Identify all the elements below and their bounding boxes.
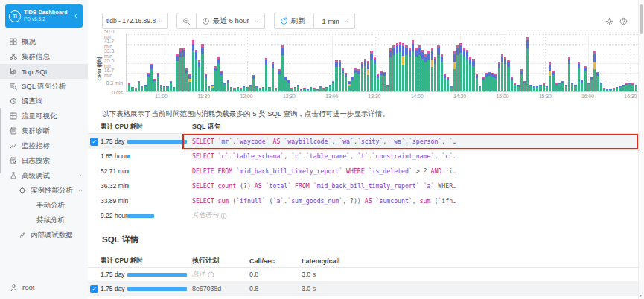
- chart-bar[interactable]: [561, 81, 564, 91]
- chart-bar[interactable]: [153, 79, 156, 91]
- sidebar-item-top-sql[interactable]: Top SQL: [0, 64, 88, 79]
- chart-bar[interactable]: [533, 86, 535, 91]
- chart-bar[interactable]: [335, 60, 337, 91]
- chart-bar[interactable]: [529, 85, 532, 91]
- chart-bar[interactable]: [574, 85, 576, 91]
- chart-bar[interactable]: [160, 85, 162, 91]
- chart-bar[interactable]: [409, 48, 411, 91]
- chart-bar[interactable]: [170, 81, 172, 91]
- chart-bar[interactable]: [348, 81, 350, 91]
- top-sql-row[interactable]: 33.89 minSELECT sum (`ifnull` (`a`.`sum_…: [88, 193, 638, 208]
- chart-bar[interactable]: [364, 59, 366, 91]
- chart-bar[interactable]: [138, 81, 140, 91]
- chart-bar[interactable]: [558, 83, 561, 91]
- help-icon[interactable]: [619, 17, 628, 25]
- chart-bar[interactable]: [431, 48, 433, 91]
- gear-icon[interactable]: [605, 17, 613, 25]
- chart-bar[interactable]: [141, 86, 143, 91]
- chart-bar[interactable]: [351, 77, 354, 91]
- refresh-interval-select[interactable]: 1 min: [314, 13, 355, 29]
- chart-bar[interactable]: [332, 81, 334, 91]
- chart-bar[interactable]: [281, 45, 284, 91]
- chart-bar[interactable]: [421, 50, 424, 91]
- sidebar-item-实例性能分析[interactable]: 实例性能分析: [0, 183, 88, 198]
- chart-bar[interactable]: [453, 51, 456, 91]
- chart-bar[interactable]: [565, 85, 567, 91]
- chart-bar[interactable]: [517, 85, 519, 91]
- chart-bar[interactable]: [427, 51, 430, 91]
- chart-bar[interactable]: [491, 73, 494, 91]
- chart-bar[interactable]: [539, 85, 541, 91]
- chart-bar[interactable]: [482, 77, 484, 91]
- chart-bar[interactable]: [354, 68, 357, 91]
- chart-bar[interactable]: [188, 74, 191, 91]
- chart-bar[interactable]: [380, 71, 382, 91]
- chart-bar[interactable]: [476, 74, 478, 91]
- chart-bar[interactable]: [571, 83, 573, 91]
- chart-bar[interactable]: [437, 45, 439, 91]
- chart-bar[interactable]: [339, 60, 341, 91]
- chart-bar[interactable]: [546, 86, 548, 91]
- chart-bar[interactable]: [603, 88, 605, 91]
- chart-bar[interactable]: [392, 45, 395, 91]
- chart-bar[interactable]: [616, 87, 618, 91]
- chart-bar[interactable]: [176, 54, 178, 91]
- chart-bar[interactable]: [272, 62, 274, 91]
- sidebar-item-慢查询[interactable]: 慢查询: [0, 94, 88, 109]
- chart-bar[interactable]: [294, 87, 296, 91]
- chart-bar[interactable]: [555, 83, 558, 91]
- chart-bar[interactable]: [568, 57, 570, 91]
- chart-bar[interactable]: [290, 88, 293, 91]
- chart-bar[interactable]: [463, 48, 465, 91]
- chart-bar[interactable]: [593, 51, 596, 91]
- chart-bar[interactable]: [307, 89, 309, 91]
- chart-bar[interactable]: [526, 37, 529, 91]
- chart-bar[interactable]: [300, 89, 302, 91]
- zoom-out-button[interactable]: [176, 13, 197, 29]
- chart-bar[interactable]: [507, 60, 509, 91]
- chart-bar[interactable]: [259, 88, 261, 91]
- sidebar-item-流量可视化[interactable]: 流量可视化: [0, 109, 88, 123]
- chart-bar[interactable]: [233, 88, 235, 91]
- chart-bar[interactable]: [325, 87, 328, 91]
- chart-bar[interactable]: [182, 48, 185, 91]
- row-checkbox[interactable]: [90, 138, 98, 146]
- sidebar-item-监控指标[interactable]: 监控指标: [0, 138, 88, 153]
- chart-bar[interactable]: [179, 48, 182, 91]
- chart-bar[interactable]: [316, 89, 319, 91]
- chart-bar[interactable]: [383, 72, 386, 91]
- top-sql-row[interactable]: 9.22 hour其他语句: [88, 208, 638, 223]
- chart-bar[interactable]: [287, 80, 290, 91]
- sql-detail-row[interactable]: 1.75 day8e67038d0.83.0 s: [88, 282, 638, 296]
- top-sql-row[interactable]: 1.85 hourSELECT `c`.`table_schema`, `c`.…: [88, 149, 638, 164]
- chart-bar[interactable]: [345, 73, 347, 91]
- sidebar-item-概况[interactable]: 概况: [0, 34, 88, 49]
- chart-bar[interactable]: [523, 81, 526, 91]
- chart-bar[interactable]: [441, 54, 443, 91]
- chart-bar[interactable]: [144, 85, 146, 91]
- chart-bar[interactable]: [128, 83, 130, 91]
- chart-bar[interactable]: [412, 40, 414, 91]
- chart-bar[interactable]: [587, 83, 590, 91]
- chart-bar[interactable]: [205, 74, 207, 91]
- top-sql-row[interactable]: 1.75 daySELECT `mr`.`waycode` AS `waybil…: [88, 134, 638, 149]
- chart-bar[interactable]: [613, 88, 615, 91]
- sidebar-item-集群信息[interactable]: 集群信息: [0, 49, 88, 64]
- scrollbar-down-arrow[interactable]: ▾: [640, 292, 642, 298]
- chart-bar[interactable]: [135, 88, 137, 91]
- time-range-button[interactable]: 最近 6 hour: [197, 13, 265, 29]
- chart-bar[interactable]: [578, 62, 580, 91]
- chart-bar[interactable]: [201, 44, 203, 91]
- chart-bar[interactable]: [504, 57, 506, 91]
- sidebar-item-集群诊断[interactable]: 集群诊断: [0, 123, 88, 138]
- refresh-button[interactable]: 刷新: [274, 13, 314, 29]
- chart-bar[interactable]: [198, 60, 200, 91]
- chart-bar[interactable]: [590, 77, 593, 91]
- chart-bar[interactable]: [211, 85, 213, 91]
- chart-bar[interactable]: [185, 68, 188, 91]
- chart-bar[interactable]: [237, 87, 239, 91]
- chart-bar[interactable]: [227, 80, 229, 91]
- sidebar-item-内部调试数据[interactable]: 内部调试数据: [0, 228, 88, 242]
- chart-bar[interactable]: [342, 68, 344, 91]
- chart-bar[interactable]: [609, 89, 611, 91]
